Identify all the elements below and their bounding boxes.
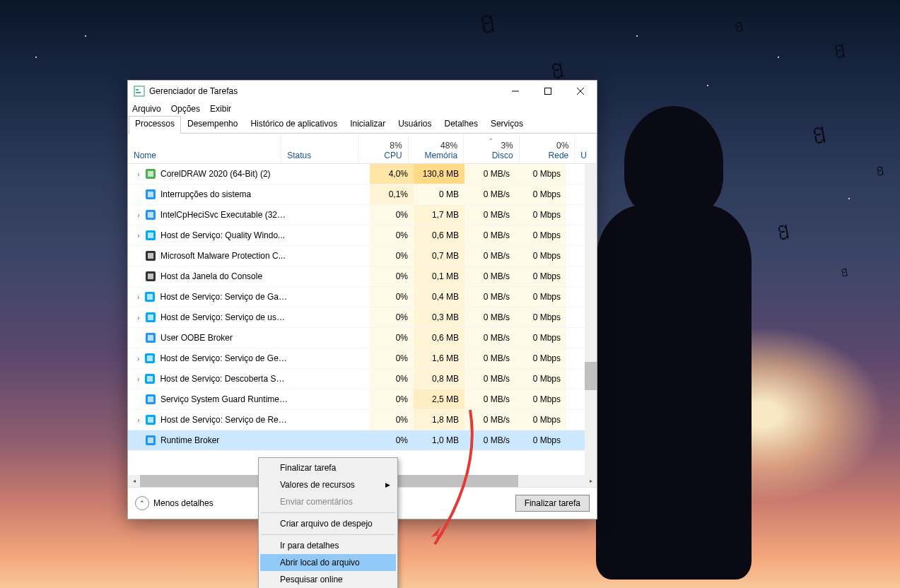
process-name-label: Microsoft Malware Protection C... bbox=[160, 251, 286, 261]
process-row[interactable]: Interrupções do sistema0,1%0 MB0 MB/s0 M… bbox=[128, 184, 597, 205]
expand-arrow-icon[interactable]: › bbox=[134, 375, 143, 383]
process-row[interactable]: ›Host de Serviço: Serviço de usu...0%0,3… bbox=[128, 307, 597, 328]
process-row[interactable]: Host da Janela do Console0%0,1 MB0 MB/s0… bbox=[128, 266, 597, 287]
process-status-cell bbox=[293, 287, 370, 307]
process-cpu-cell: 0% bbox=[370, 328, 414, 348]
process-memory-cell: 0,8 MB bbox=[414, 369, 464, 389]
wallpaper-bird: 𐐒 bbox=[478, 6, 498, 40]
process-row[interactable]: ›Host de Serviço: Quality Windo...0%0,6 … bbox=[128, 225, 597, 246]
process-icon bbox=[145, 209, 156, 220]
end-task-button[interactable]: Finalizar tarefa bbox=[515, 495, 590, 512]
menu-item-abrir-local-do-arquivo[interactable]: Abrir local do arquivo bbox=[260, 554, 396, 571]
menu-item-ir-para-detalhes[interactable]: Ir para detalhes bbox=[260, 537, 396, 554]
svg-rect-12 bbox=[148, 212, 153, 218]
process-icon bbox=[145, 435, 156, 446]
process-row[interactable]: User OOBE Broker0%0,6 MB0 MB/s0 Mbps bbox=[128, 328, 597, 348]
scroll-left-button[interactable]: ◂ bbox=[128, 475, 140, 487]
process-network-cell: 0 Mbps bbox=[515, 205, 566, 225]
scroll-right-button[interactable]: ▸ bbox=[585, 475, 597, 487]
expand-arrow-icon[interactable]: › bbox=[134, 232, 144, 240]
expand-arrow-icon[interactable]: › bbox=[134, 293, 143, 301]
process-disk-cell: 0 MB/s bbox=[464, 205, 515, 225]
menu-separator bbox=[261, 512, 395, 513]
process-list: ›CorelDRAW 2020 (64-Bit) (2)4,0%130,8 MB… bbox=[128, 164, 597, 475]
process-status-cell bbox=[293, 246, 370, 266]
minimize-button[interactable] bbox=[499, 81, 532, 102]
process-memory-cell: 1,7 MB bbox=[414, 205, 464, 225]
sort-indicator-icon: ⌄ bbox=[489, 135, 493, 141]
process-memory-cell: 0,7 MB bbox=[414, 246, 464, 266]
header-cpu[interactable]: 8% CPU bbox=[359, 134, 409, 163]
process-row[interactable]: ›Host de Serviço: Serviço de Rede0%1,8 M… bbox=[128, 410, 597, 430]
task-manager-icon bbox=[134, 86, 145, 97]
header-network[interactable]: 0% Rede bbox=[520, 134, 575, 163]
close-button[interactable] bbox=[564, 81, 597, 102]
process-icon bbox=[144, 353, 156, 364]
process-cpu-cell: 0% bbox=[370, 225, 414, 245]
process-status-cell bbox=[293, 430, 370, 450]
process-icon bbox=[144, 373, 156, 384]
process-row[interactable]: Serviço System Guard Runtime ...0%2,5 MB… bbox=[128, 389, 597, 410]
process-row[interactable]: ›CorelDRAW 2020 (64-Bit) (2)4,0%130,8 MB… bbox=[128, 164, 597, 184]
menu-item-pesquisar-online[interactable]: Pesquisar online bbox=[260, 571, 396, 588]
expand-arrow-icon[interactable]: › bbox=[134, 314, 144, 322]
process-name-label: Interrupções do sistema bbox=[160, 189, 251, 199]
process-status-cell bbox=[293, 307, 370, 327]
process-icon bbox=[145, 168, 156, 180]
process-name-label: Host de Serviço: Serviço de usu... bbox=[160, 312, 288, 322]
process-icon bbox=[145, 312, 156, 323]
tab-usuários[interactable]: Usuários bbox=[392, 116, 438, 134]
process-name-label: Host de Serviço: Serviço de Gere... bbox=[160, 353, 288, 363]
process-network-cell: 0 Mbps bbox=[515, 266, 566, 286]
process-memory-cell: 0,6 MB bbox=[414, 225, 464, 245]
menu-item-finalizar-tarefa[interactable]: Finalizar tarefa bbox=[260, 459, 396, 476]
header-extra[interactable]: U bbox=[575, 134, 597, 163]
wallpaper-star bbox=[636, 35, 638, 37]
process-row[interactable]: Runtime Broker0%1,0 MB0 MB/s0 Mbps bbox=[128, 430, 597, 451]
process-name-cell: Host da Janela do Console bbox=[128, 266, 293, 286]
menu-item-valores-de-recursos[interactable]: Valores de recursos▶ bbox=[260, 476, 396, 493]
tab-serviços[interactable]: Serviços bbox=[484, 116, 530, 134]
tab-detalhes[interactable]: Detalhes bbox=[438, 116, 484, 134]
process-disk-cell: 0 MB/s bbox=[464, 184, 515, 204]
titlebar[interactable]: Gerenciador de Tarefas bbox=[128, 81, 597, 102]
menu-item-criar-arquivo-de-despejo[interactable]: Criar arquivo de despejo bbox=[260, 515, 396, 532]
wallpaper-star bbox=[707, 85, 708, 86]
header-disk[interactable]: ⌄ 3% Disco bbox=[464, 134, 520, 163]
less-details-toggle[interactable]: ⌃ Menos detalhes bbox=[135, 496, 214, 510]
expand-arrow-icon[interactable]: › bbox=[134, 211, 144, 219]
process-memory-cell: 0,6 MB bbox=[414, 328, 464, 348]
expand-arrow-icon[interactable]: › bbox=[134, 170, 144, 178]
process-icon bbox=[145, 414, 156, 425]
tab-inicializar[interactable]: Inicializar bbox=[344, 116, 392, 134]
process-cpu-cell: 0% bbox=[370, 246, 414, 266]
tab-desempenho[interactable]: Desempenho bbox=[181, 116, 244, 134]
svg-rect-18 bbox=[148, 274, 153, 279]
header-status[interactable]: Status bbox=[281, 134, 358, 163]
process-row[interactable]: ›Host de Serviço: Serviço de Gate...0%0,… bbox=[128, 287, 597, 307]
menu-view[interactable]: Exibir bbox=[210, 104, 231, 114]
process-row[interactable]: ›Host de Serviço: Serviço de Gere...0%1,… bbox=[128, 348, 597, 369]
process-row[interactable]: Microsoft Malware Protection C...0%0,7 M… bbox=[128, 246, 597, 266]
tab-processos[interactable]: Processos bbox=[129, 116, 181, 134]
process-name-cell: ›CorelDRAW 2020 (64-Bit) (2) bbox=[128, 164, 293, 184]
maximize-button[interactable] bbox=[532, 81, 564, 102]
menu-file[interactable]: Arquivo bbox=[132, 104, 161, 114]
header-name[interactable]: Nome bbox=[128, 134, 281, 163]
process-row[interactable]: ›IntelCpHeciSvc Executable (32 b...0%1,7… bbox=[128, 205, 597, 225]
svg-rect-30 bbox=[148, 396, 153, 402]
column-headers: Nome Status 8% CPU 48% Memória ⌄ 3% Disc… bbox=[128, 134, 597, 164]
header-memory[interactable]: 48% Memória bbox=[409, 134, 464, 163]
menu-options[interactable]: Opções bbox=[171, 104, 200, 114]
expand-arrow-icon[interactable]: › bbox=[134, 416, 144, 424]
tab-histórico-de-aplicativos[interactable]: Histórico de aplicativos bbox=[244, 116, 344, 134]
vertical-scrollbar[interactable] bbox=[585, 164, 597, 475]
wallpaper-star bbox=[848, 198, 850, 199]
process-memory-cell: 1,0 MB bbox=[414, 430, 464, 450]
svg-rect-20 bbox=[147, 294, 153, 300]
process-cpu-cell: 0% bbox=[370, 410, 414, 430]
process-row[interactable]: ›Host de Serviço: Descoberta SSDP0%0,8 M… bbox=[128, 369, 597, 389]
expand-arrow-icon[interactable]: › bbox=[134, 355, 143, 363]
process-disk-cell: 0 MB/s bbox=[464, 225, 515, 245]
scrollbar-thumb[interactable] bbox=[585, 362, 597, 390]
